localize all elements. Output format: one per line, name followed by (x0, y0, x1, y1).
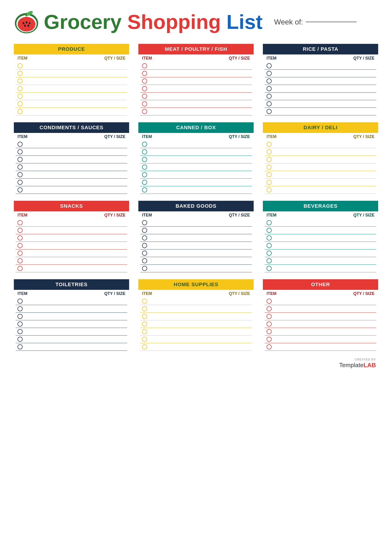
list-item[interactable] (140, 62, 252, 70)
list-item[interactable] (16, 156, 127, 163)
checkbox-circle[interactable] (142, 180, 147, 185)
list-item[interactable] (265, 242, 376, 249)
checkbox-circle[interactable] (267, 337, 272, 342)
list-item[interactable] (140, 298, 252, 305)
checkbox-circle[interactable] (18, 63, 23, 68)
checkbox-circle[interactable] (142, 220, 147, 225)
checkbox-circle[interactable] (142, 157, 147, 162)
checkbox-circle[interactable] (267, 344, 272, 349)
list-item[interactable] (16, 186, 127, 194)
checkbox-circle[interactable] (267, 266, 272, 271)
list-item[interactable] (265, 226, 376, 234)
checkbox-circle[interactable] (267, 220, 272, 225)
checkbox-circle[interactable] (18, 228, 23, 233)
list-item[interactable] (16, 336, 127, 343)
checkbox-circle[interactable] (18, 314, 23, 319)
list-item[interactable] (16, 234, 127, 242)
checkbox-circle[interactable] (142, 299, 147, 304)
list-item[interactable] (16, 77, 127, 85)
checkbox-circle[interactable] (142, 172, 147, 177)
list-item[interactable] (140, 328, 252, 336)
checkbox-circle[interactable] (267, 94, 272, 99)
checkbox-circle[interactable] (267, 79, 272, 84)
checkbox-circle[interactable] (267, 187, 272, 192)
list-item[interactable] (16, 179, 127, 186)
checkbox-circle[interactable] (267, 63, 272, 68)
checkbox-circle[interactable] (142, 251, 147, 256)
checkbox-circle[interactable] (267, 329, 272, 334)
list-item[interactable] (265, 62, 376, 70)
checkbox-circle[interactable] (18, 165, 23, 170)
list-item[interactable] (265, 77, 376, 85)
checkbox-circle[interactable] (267, 142, 272, 147)
list-item[interactable] (265, 163, 376, 171)
list-item[interactable] (140, 343, 252, 351)
list-item[interactable] (265, 85, 376, 93)
list-item[interactable] (16, 219, 127, 226)
checkbox-circle[interactable] (18, 251, 23, 256)
list-item[interactable] (140, 179, 252, 186)
list-item[interactable] (140, 257, 252, 265)
list-item[interactable] (16, 140, 127, 148)
list-item[interactable] (265, 156, 376, 163)
list-item[interactable] (265, 93, 376, 100)
list-item[interactable] (265, 298, 376, 305)
checkbox-circle[interactable] (267, 86, 272, 91)
list-item[interactable] (140, 305, 252, 313)
checkbox-circle[interactable] (142, 337, 147, 342)
checkbox-circle[interactable] (267, 251, 272, 256)
checkbox-circle[interactable] (18, 220, 23, 225)
list-item[interactable] (265, 320, 376, 328)
checkbox-circle[interactable] (142, 321, 147, 327)
list-item[interactable] (265, 148, 376, 156)
checkbox-circle[interactable] (142, 187, 147, 192)
list-item[interactable] (265, 305, 376, 313)
list-item[interactable] (265, 219, 376, 226)
checkbox-circle[interactable] (18, 109, 23, 114)
checkbox-circle[interactable] (18, 157, 23, 162)
list-item[interactable] (16, 100, 127, 108)
list-item[interactable] (140, 148, 252, 156)
list-item[interactable] (140, 226, 252, 234)
checkbox-circle[interactable] (18, 172, 23, 177)
list-item[interactable] (265, 171, 376, 179)
list-item[interactable] (265, 186, 376, 194)
list-item[interactable] (16, 70, 127, 77)
list-item[interactable] (16, 226, 127, 234)
list-item[interactable] (16, 298, 127, 305)
checkbox-circle[interactable] (142, 228, 147, 233)
checkbox-circle[interactable] (267, 149, 272, 154)
checkbox-circle[interactable] (267, 157, 272, 162)
checkbox-circle[interactable] (142, 243, 147, 248)
list-item[interactable] (265, 313, 376, 320)
list-item[interactable] (140, 186, 252, 194)
checkbox-circle[interactable] (142, 314, 147, 319)
checkbox-circle[interactable] (142, 109, 147, 114)
checkbox-circle[interactable] (142, 266, 147, 271)
list-item[interactable] (16, 85, 127, 93)
checkbox-circle[interactable] (18, 180, 23, 185)
list-item[interactable] (140, 163, 252, 171)
checkbox-circle[interactable] (142, 63, 147, 68)
checkbox-circle[interactable] (142, 235, 147, 241)
list-item[interactable] (265, 328, 376, 336)
list-item[interactable] (140, 108, 252, 115)
list-item[interactable] (265, 234, 376, 242)
checkbox-circle[interactable] (267, 258, 272, 263)
checkbox-circle[interactable] (142, 165, 147, 170)
checkbox-circle[interactable] (267, 180, 272, 185)
list-item[interactable] (140, 100, 252, 108)
list-item[interactable] (265, 108, 376, 115)
checkbox-circle[interactable] (142, 306, 147, 311)
checkbox-circle[interactable] (142, 101, 147, 106)
list-item[interactable] (140, 265, 252, 272)
checkbox-circle[interactable] (18, 337, 23, 342)
list-item[interactable] (265, 179, 376, 186)
checkbox-circle[interactable] (267, 243, 272, 248)
checkbox-circle[interactable] (18, 71, 23, 76)
checkbox-circle[interactable] (142, 329, 147, 334)
checkbox-circle[interactable] (18, 344, 23, 349)
checkbox-circle[interactable] (18, 266, 23, 271)
list-item[interactable] (265, 257, 376, 265)
checkbox-circle[interactable] (18, 329, 23, 334)
